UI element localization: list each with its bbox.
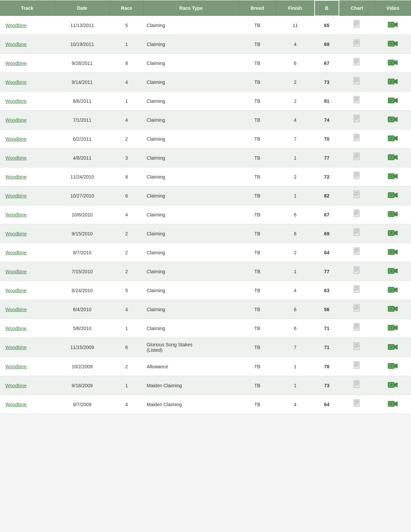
video-icon[interactable]: [388, 251, 398, 257]
chart-icon[interactable]: [353, 212, 361, 219]
chart-icon[interactable]: [353, 269, 361, 276]
chart-icon[interactable]: [353, 402, 361, 409]
track-link[interactable]: Woodbine: [5, 250, 27, 255]
video-cell[interactable]: [375, 205, 411, 224]
chart-cell[interactable]: [339, 73, 374, 92]
video-cell[interactable]: [375, 357, 411, 376]
track-link[interactable]: Woodbine: [5, 174, 27, 180]
video-cell[interactable]: [375, 35, 411, 54]
chart-icon[interactable]: [353, 136, 361, 144]
chart-icon[interactable]: [353, 98, 361, 106]
track-link[interactable]: Woodbine: [5, 345, 27, 350]
video-icon[interactable]: [388, 100, 398, 105]
video-cell[interactable]: [375, 73, 411, 92]
video-icon[interactable]: [388, 138, 398, 143]
video-icon[interactable]: [388, 308, 398, 314]
video-icon[interactable]: [388, 384, 398, 390]
chart-cell[interactable]: [339, 376, 374, 395]
track-link[interactable]: Woodbine: [5, 269, 27, 274]
chart-cell[interactable]: [339, 262, 374, 281]
chart-icon[interactable]: [353, 383, 361, 390]
track-link[interactable]: Woodbine: [5, 23, 27, 28]
chart-icon[interactable]: [353, 61, 361, 68]
track-link[interactable]: Woodbine: [5, 326, 27, 331]
chart-icon[interactable]: [353, 155, 361, 163]
track-link[interactable]: Woodbine: [5, 98, 27, 104]
chart-cell[interactable]: [339, 338, 374, 357]
chart-icon[interactable]: [353, 42, 361, 49]
track-link[interactable]: Woodbine: [5, 61, 27, 66]
chart-cell[interactable]: [339, 357, 374, 376]
track-link[interactable]: Woodbine: [5, 288, 27, 293]
chart-icon[interactable]: [353, 117, 361, 125]
chart-cell[interactable]: [339, 319, 374, 338]
video-icon[interactable]: [388, 403, 398, 409]
chart-icon[interactable]: [353, 79, 361, 87]
chart-cell[interactable]: [339, 111, 374, 130]
video-cell[interactable]: [375, 319, 411, 338]
video-cell[interactable]: [375, 281, 411, 300]
chart-cell[interactable]: [339, 16, 374, 35]
track-link[interactable]: Woodbine: [5, 155, 27, 161]
video-icon[interactable]: [388, 119, 398, 124]
chart-icon[interactable]: [353, 288, 361, 295]
chart-cell[interactable]: [339, 186, 374, 205]
chart-cell[interactable]: [339, 167, 374, 186]
track-link[interactable]: Woodbine: [5, 117, 27, 123]
chart-cell[interactable]: [339, 148, 374, 167]
chart-icon[interactable]: [353, 250, 361, 257]
track-link[interactable]: Woodbine: [5, 42, 27, 47]
chart-cell[interactable]: [339, 35, 374, 54]
video-icon[interactable]: [388, 346, 398, 352]
video-cell[interactable]: [375, 54, 411, 73]
video-icon[interactable]: [388, 365, 398, 371]
video-icon[interactable]: [388, 157, 398, 162]
video-cell[interactable]: [375, 224, 411, 243]
chart-cell[interactable]: [339, 54, 374, 73]
track-link[interactable]: Woodbine: [5, 79, 27, 85]
video-icon[interactable]: [388, 213, 398, 219]
video-cell[interactable]: [375, 338, 411, 357]
video-cell[interactable]: [375, 243, 411, 262]
chart-cell[interactable]: [339, 281, 374, 300]
video-cell[interactable]: [375, 111, 411, 130]
chart-cell[interactable]: [339, 224, 374, 243]
track-link[interactable]: Woodbine: [5, 307, 27, 312]
chart-cell[interactable]: [339, 243, 374, 262]
video-icon[interactable]: [388, 232, 398, 238]
chart-cell[interactable]: [339, 205, 374, 224]
track-link[interactable]: Woodbine: [5, 383, 27, 388]
video-cell[interactable]: [375, 16, 411, 35]
track-link[interactable]: Woodbine: [5, 193, 27, 199]
video-icon[interactable]: [388, 62, 398, 67]
chart-cell[interactable]: [339, 130, 374, 148]
chart-icon[interactable]: [353, 326, 361, 333]
video-icon[interactable]: [388, 327, 398, 332]
video-cell[interactable]: [375, 148, 411, 167]
video-icon[interactable]: [388, 176, 398, 181]
video-cell[interactable]: [375, 186, 411, 205]
chart-icon[interactable]: [353, 23, 361, 30]
chart-icon[interactable]: [353, 345, 361, 352]
video-icon[interactable]: [388, 81, 398, 86]
chart-icon[interactable]: [353, 193, 361, 201]
chart-cell[interactable]: [339, 92, 374, 111]
track-link[interactable]: Woodbine: [5, 402, 27, 407]
video-cell[interactable]: [375, 92, 411, 111]
video-cell[interactable]: [375, 167, 411, 186]
track-link[interactable]: Woodbine: [5, 136, 27, 142]
video-cell[interactable]: [375, 262, 411, 281]
chart-icon[interactable]: [353, 231, 361, 238]
video-cell[interactable]: [375, 395, 411, 414]
chart-icon[interactable]: [353, 307, 361, 314]
chart-cell[interactable]: [339, 395, 374, 414]
track-link[interactable]: Woodbine: [5, 231, 27, 236]
video-icon[interactable]: [388, 289, 398, 295]
chart-icon[interactable]: [353, 364, 361, 371]
track-link[interactable]: Woodbine: [5, 212, 27, 217]
video-cell[interactable]: [375, 300, 411, 319]
video-icon[interactable]: [388, 270, 398, 276]
video-cell[interactable]: [375, 376, 411, 395]
video-icon[interactable]: [388, 43, 398, 48]
chart-icon[interactable]: [353, 174, 361, 182]
